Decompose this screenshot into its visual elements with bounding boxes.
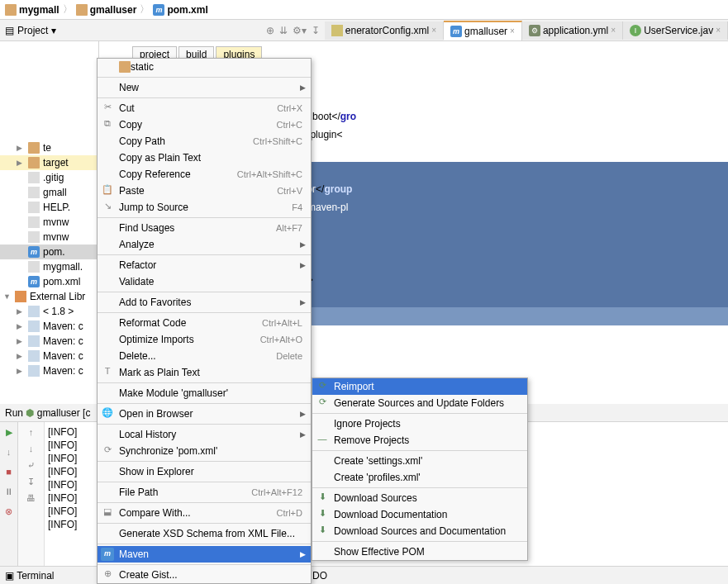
menu-item[interactable]: —Remove Projects bbox=[312, 432, 527, 449]
close-icon[interactable]: × bbox=[431, 26, 436, 35]
terminal-tool-button[interactable]: ▣ Terminal bbox=[5, 570, 54, 582]
tree-item[interactable]: mpom.xml bbox=[0, 274, 98, 289]
menu-item[interactable]: Create 'profiles.xml' bbox=[312, 469, 527, 486]
menu-item[interactable]: File PathCtrl+Alt+F12 bbox=[98, 484, 311, 501]
xml-icon bbox=[331, 25, 343, 36]
menu-label: Refactor bbox=[119, 259, 156, 271]
menu-item[interactable]: ⟳Generate Sources and Update Folders bbox=[312, 395, 527, 411]
sync-icon: ⟳ bbox=[101, 444, 114, 458]
tree-item[interactable]: mygmall. bbox=[0, 259, 98, 274]
cut-icon: ✂ bbox=[101, 102, 114, 115]
tree-item[interactable]: HELP. bbox=[0, 200, 98, 215]
menu-label: Find Usages bbox=[119, 222, 174, 234]
breadcrumb-module[interactable]: gmalluser bbox=[76, 4, 137, 16]
editor-tab[interactable]: IUserService.jav× bbox=[623, 21, 728, 40]
close-icon[interactable]: × bbox=[611, 26, 616, 35]
lib-icon bbox=[28, 350, 40, 362]
rerun-button[interactable]: ▶ bbox=[2, 425, 16, 439]
tree-item[interactable]: ▼External Libr bbox=[0, 289, 98, 304]
gear-icon[interactable]: ⚙▾ bbox=[293, 25, 307, 36]
tree-item[interactable]: mvnw bbox=[0, 215, 98, 230]
run-tab-label[interactable]: Run ⬢ gmalluser [c bbox=[5, 407, 90, 419]
menu-item[interactable]: ⬓Compare With...Ctrl+D bbox=[98, 505, 311, 521]
collapse-icon[interactable]: ⇊ bbox=[279, 25, 288, 36]
tree-item[interactable]: mvnw bbox=[0, 230, 98, 245]
remove-icon: — bbox=[316, 434, 329, 447]
editor-tab[interactable]: eneratorConfig.xml× bbox=[325, 21, 444, 40]
menu-item[interactable]: ⬇Download Documentation bbox=[312, 506, 527, 523]
menu-item[interactable]: ⟳Reimport bbox=[312, 378, 527, 395]
menu-separator bbox=[98, 97, 311, 98]
menu-item[interactable]: Find UsagesAlt+F7 bbox=[98, 220, 311, 236]
menu-item[interactable]: ↘Jump to SourceF4 bbox=[98, 199, 311, 216]
menu-item[interactable]: mMaven▶ bbox=[98, 546, 311, 563]
menu-item[interactable]: Analyze▶ bbox=[98, 236, 311, 253]
menu-item[interactable]: Create 'settings.xml' bbox=[312, 453, 527, 469]
menu-item[interactable]: Copy PathCtrl+Shift+C bbox=[98, 133, 311, 150]
folder-icon bbox=[76, 4, 88, 16]
tree-item[interactable]: ▶Maven: c bbox=[0, 319, 98, 334]
menu-separator bbox=[98, 312, 311, 313]
menu-item[interactable]: New▶ bbox=[98, 79, 311, 96]
menu-shortcut: Ctrl+Alt+L bbox=[262, 318, 302, 328]
menu-item[interactable]: Optimize ImportsCtrl+Alt+O bbox=[98, 331, 311, 348]
menu-item[interactable]: ⬇Download Sources bbox=[312, 490, 527, 506]
menu-item[interactable]: Refactor▶ bbox=[98, 257, 311, 273]
wrap-button[interactable]: ⤶ bbox=[25, 458, 38, 472]
close-icon[interactable]: × bbox=[716, 26, 721, 35]
menu-item[interactable]: ⟳Synchronize 'pom.xml' bbox=[98, 443, 311, 459]
menu-item[interactable]: Local History▶ bbox=[98, 426, 311, 443]
tree-item[interactable]: ▶Maven: c bbox=[0, 334, 98, 349]
breadcrumb-file[interactable]: mpom.xml bbox=[153, 4, 207, 16]
menu-item[interactable]: ⧉CopyCtrl+C bbox=[98, 116, 311, 133]
tree-item[interactable]: gmall bbox=[0, 185, 98, 200]
menu-item[interactable]: ⊕Create Gist... bbox=[98, 567, 311, 583]
tree-item[interactable]: .gitig bbox=[0, 170, 98, 185]
editor-tab[interactable]: ⚙application.yml× bbox=[522, 21, 623, 40]
menu-label: Jump to Source bbox=[119, 202, 188, 213]
menu-separator bbox=[98, 403, 311, 404]
tree-item[interactable]: ▶target bbox=[0, 155, 98, 170]
menu-item[interactable]: Copy as Plain Text bbox=[98, 150, 311, 166]
menu-item[interactable]: Generate XSD Schema from XML File... bbox=[98, 525, 311, 542]
menu-item[interactable]: Validate bbox=[98, 273, 311, 290]
hide-icon[interactable]: ↧ bbox=[312, 25, 320, 36]
menu-item[interactable]: Make Module 'gmalluser' bbox=[98, 385, 311, 401]
yaml-icon: ⚙ bbox=[529, 25, 540, 36]
close-icon[interactable]: × bbox=[510, 26, 515, 36]
maven-submenu[interactable]: ⟳Reimport⟳Generate Sources and Update Fo… bbox=[312, 377, 528, 561]
project-tool-label[interactable]: ▤ Project ▾ bbox=[5, 25, 56, 36]
project-tree[interactable]: ▶te▶target.gitiggmallHELP.mvnwmvnwmpom.m… bbox=[0, 41, 99, 421]
scroll-button[interactable]: ↧ bbox=[25, 475, 38, 488]
tree-item[interactable]: ▶Maven: c bbox=[0, 349, 98, 363]
menu-item[interactable]: Show Effective POM bbox=[312, 544, 527, 560]
menu-item[interactable]: Ignore Projects bbox=[312, 415, 527, 432]
tree-item[interactable]: ▶< 1.8 > bbox=[0, 304, 98, 319]
menu-item[interactable]: ⬇Download Sources and Documentation bbox=[312, 523, 527, 539]
menu-item[interactable]: Reformat CodeCtrl+Alt+L bbox=[98, 315, 311, 331]
editor-tab[interactable]: mgmalluser× bbox=[444, 21, 522, 40]
stop-button[interactable]: ■ bbox=[2, 465, 16, 478]
pause-button[interactable]: ⏸ bbox=[2, 485, 16, 498]
menu-item[interactable]: Show in Explorer bbox=[98, 463, 311, 480]
tree-item[interactable]: mpom. bbox=[0, 245, 98, 259]
up-button[interactable]: ↑ bbox=[25, 425, 38, 439]
menu-item[interactable]: 📋PasteCtrl+V bbox=[98, 183, 311, 199]
browser-icon: 🌐 bbox=[101, 407, 114, 420]
tree-item[interactable]: ▶Maven: c bbox=[0, 363, 98, 378]
run-side-toolbar-2: ↑ ↓ ⤶ ↧ 🖶 bbox=[18, 422, 45, 584]
menu-item[interactable]: Delete...Delete bbox=[98, 348, 311, 364]
print-button[interactable]: 🖶 bbox=[25, 491, 38, 505]
context-menu[interactable]: staticNew▶✂CutCtrl+X⧉CopyCtrl+CCopy Path… bbox=[97, 58, 312, 584]
jump-button[interactable]: ↓ bbox=[2, 445, 16, 458]
menu-item[interactable]: Copy ReferenceCtrl+Alt+Shift+C bbox=[98, 166, 311, 183]
menu-item[interactable]: TMark as Plain Text bbox=[98, 364, 311, 381]
exit-button[interactable]: ⊗ bbox=[2, 505, 16, 518]
menu-item[interactable]: ✂CutCtrl+X bbox=[98, 100, 311, 116]
down-button[interactable]: ↓ bbox=[25, 442, 38, 455]
breadcrumb-root[interactable]: mygmall bbox=[5, 4, 59, 16]
menu-item[interactable]: Add to Favorites▶ bbox=[98, 294, 311, 311]
tree-item[interactable]: ▶te bbox=[0, 140, 98, 155]
locate-icon[interactable]: ⊕ bbox=[266, 25, 274, 36]
menu-item[interactable]: 🌐Open in Browser▶ bbox=[98, 406, 311, 422]
